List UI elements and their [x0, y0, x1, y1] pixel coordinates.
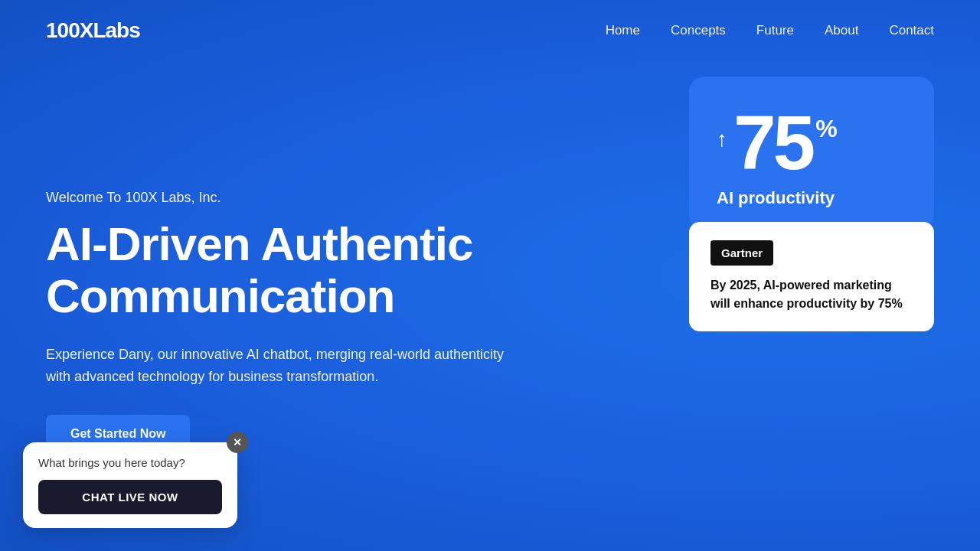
chat-question: What brings you here today?	[38, 456, 222, 469]
nav-future[interactable]: Future	[756, 23, 794, 38]
stat-card: ↑ 75 % AI productivity	[689, 77, 934, 230]
nav-about[interactable]: About	[825, 23, 858, 38]
chat-live-button[interactable]: CHAT LIVE NOW	[38, 480, 222, 514]
hero-description: Experience Dany, our innovative AI chatb…	[46, 344, 505, 388]
chat-close-button[interactable]: ✕	[227, 432, 248, 453]
nav-concepts[interactable]: Concepts	[671, 23, 726, 38]
stat-percent: %	[815, 115, 837, 143]
welcome-text: Welcome To 100X Labs, Inc.	[46, 190, 582, 206]
gartner-card: Gartner By 2025, AI-powered marketing wi…	[689, 222, 934, 331]
stat-label: AI productivity	[717, 188, 906, 208]
gartner-badge: Gartner	[710, 240, 773, 266]
logo[interactable]: 100XLabs	[46, 18, 140, 43]
gartner-text: By 2025, AI-powered marketing will enhan…	[710, 276, 913, 313]
hero-content: Welcome To 100X Labs, Inc. AI-Driven Aut…	[46, 190, 582, 454]
hero-title: AI-Driven Authentic Communication	[46, 218, 582, 322]
stat-number-row: ↑ 75 %	[717, 104, 906, 181]
nav-contact[interactable]: Contact	[889, 23, 934, 38]
chat-widget: ✕ What brings you here today? CHAT LIVE …	[23, 442, 237, 528]
main-nav: Home Concepts Future About Contact	[606, 23, 934, 38]
header: 100XLabs Home Concepts Future About Cont…	[0, 0, 980, 61]
stat-number: 75	[733, 104, 812, 181]
arrow-up-icon: ↑	[717, 127, 727, 152]
hero-stat-card: ↑ 75 % AI productivity Gartner By 2025, …	[689, 77, 934, 339]
nav-home[interactable]: Home	[606, 23, 640, 38]
